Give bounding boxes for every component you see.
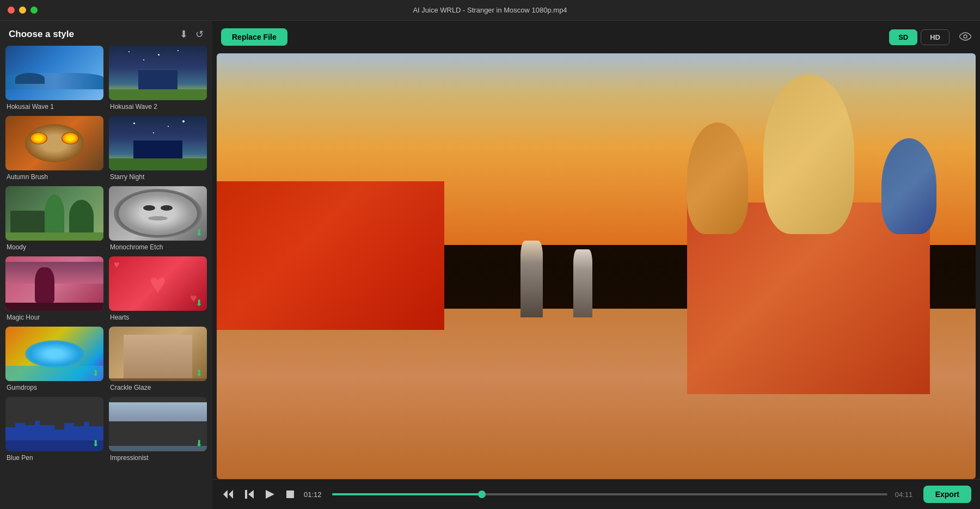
style-thumbnail-impressionist: ⬇ bbox=[109, 397, 207, 451]
svg-marker-3 bbox=[248, 490, 254, 499]
style-row-5: ⬇ Blue Pen ⬇ Impressionist bbox=[5, 397, 207, 466]
sidebar-title: Choose a style bbox=[9, 29, 74, 40]
video-frame bbox=[217, 53, 976, 479]
download-badge-hearts: ⬇ bbox=[195, 299, 203, 308]
style-thumbnail-hearts: ♥ ♥ ♥ ⬇ bbox=[109, 256, 207, 311]
replace-file-button[interactable]: Replace File bbox=[221, 28, 287, 46]
style-thumbnail-crackle-glaze: ⬇ bbox=[109, 327, 207, 381]
export-button[interactable]: Export bbox=[923, 486, 971, 503]
style-label-moody: Moody bbox=[5, 243, 103, 251]
step-back-button[interactable] bbox=[243, 488, 256, 501]
top-bar: Replace File SD HD bbox=[212, 21, 980, 53]
content-area: Replace File SD HD bbox=[212, 21, 980, 509]
eye-icon[interactable] bbox=[959, 31, 971, 44]
style-label-hearts: Hearts bbox=[109, 314, 207, 321]
svg-rect-4 bbox=[245, 490, 247, 499]
style-item-starry-night[interactable]: Starry Night bbox=[109, 116, 207, 185]
titlebar: AI Juice WRLD - Stranger in Moscow 1080p… bbox=[0, 0, 980, 21]
red-wall bbox=[217, 181, 444, 330]
close-button[interactable] bbox=[8, 7, 15, 14]
download-badge-blue-pen: ⬇ bbox=[92, 439, 99, 448]
style-grid: Hokusai Wave 1 Hokusai Wave 2 bbox=[0, 46, 212, 509]
svg-rect-6 bbox=[286, 490, 294, 498]
download-badge-impressionist: ⬇ bbox=[195, 439, 203, 448]
style-row-2: Moody ⬇ Monochrome Etch bbox=[5, 186, 207, 255]
video-scene bbox=[217, 53, 976, 479]
person-1 bbox=[520, 241, 543, 317]
style-label-crackle-glaze: Crackle Glaze bbox=[109, 384, 207, 391]
style-label-starry-night: Starry Night bbox=[109, 173, 207, 181]
style-thumbnail-hokusai-wave-2 bbox=[109, 46, 207, 100]
style-label-impressionist: Impressionist bbox=[109, 454, 207, 462]
sidebar-header: Choose a style ⬇ ↺ bbox=[0, 21, 212, 46]
minimize-button[interactable] bbox=[19, 7, 26, 14]
style-label-magic-hour: Magic Hour bbox=[5, 314, 103, 321]
traffic-lights bbox=[8, 7, 38, 14]
style-label-hokusai-wave-1: Hokusai Wave 1 bbox=[5, 103, 103, 111]
quality-sd-button[interactable]: SD bbox=[889, 29, 917, 45]
svg-marker-5 bbox=[266, 490, 274, 499]
video-wrapper bbox=[212, 53, 980, 479]
seek-bar-wrapper[interactable] bbox=[332, 490, 887, 499]
seek-bar-background bbox=[332, 493, 887, 495]
dome-right bbox=[881, 138, 936, 234]
style-item-magic-hour[interactable]: Magic Hour bbox=[5, 256, 103, 326]
play-button[interactable] bbox=[264, 488, 277, 501]
download-icon[interactable]: ⬇ bbox=[180, 28, 188, 40]
sidebar-icon-group: ⬇ ↺ bbox=[180, 28, 204, 40]
style-label-gumdrops: Gumdrops bbox=[5, 384, 103, 391]
style-thumbnail-monochrome-etch: ⬇ bbox=[109, 186, 207, 241]
style-label-monochrome-etch: Monochrome Etch bbox=[109, 243, 207, 251]
quality-group: SD HD bbox=[889, 29, 950, 45]
style-item-hokusai-wave-2[interactable]: Hokusai Wave 2 bbox=[109, 46, 207, 115]
maximize-button[interactable] bbox=[30, 7, 38, 14]
style-thumbnail-blue-pen: ⬇ bbox=[5, 397, 103, 451]
style-item-moody[interactable]: Moody bbox=[5, 186, 103, 255]
dome-left bbox=[687, 122, 748, 234]
style-label-autumn-brush: Autumn Brush bbox=[5, 173, 103, 181]
dome-main bbox=[763, 75, 854, 234]
style-item-hokusai-wave-1[interactable]: Hokusai Wave 1 bbox=[5, 46, 103, 115]
quality-hd-button[interactable]: HD bbox=[921, 29, 950, 45]
style-item-crackle-glaze[interactable]: ⬇ Crackle Glaze bbox=[109, 327, 207, 396]
style-row-1: Autumn Brush Starry Night bbox=[5, 116, 207, 185]
download-badge-gumdrops: ⬇ bbox=[92, 369, 99, 378]
style-item-hearts[interactable]: ♥ ♥ ♥ ⬇ Hearts bbox=[109, 256, 207, 326]
refresh-icon[interactable]: ↺ bbox=[195, 28, 204, 40]
style-thumbnail-gumdrops: ⬇ bbox=[5, 327, 103, 381]
style-label-hokusai-wave-2: Hokusai Wave 2 bbox=[109, 103, 207, 111]
style-thumbnail-magic-hour bbox=[5, 256, 103, 311]
style-item-impressionist[interactable]: ⬇ Impressionist bbox=[109, 397, 207, 466]
sidebar: Choose a style ⬇ ↺ Hokusai Wave 1 bbox=[0, 21, 212, 509]
style-label-blue-pen: Blue Pen bbox=[5, 454, 103, 462]
end-time: 04:11 bbox=[895, 490, 916, 499]
cathedral bbox=[657, 75, 961, 394]
current-time: 01:12 bbox=[304, 490, 324, 499]
download-badge-crackle-glaze: ⬇ bbox=[195, 369, 203, 378]
download-badge-monochrome: ⬇ bbox=[195, 229, 203, 237]
person-2 bbox=[573, 249, 592, 317]
style-row-4: ⬇ Gumdrops ⬇ Crackle Glaze bbox=[5, 327, 207, 396]
style-thumbnail-moody bbox=[5, 186, 103, 241]
seek-knob[interactable] bbox=[478, 490, 486, 498]
style-item-autumn-brush[interactable]: Autumn Brush bbox=[5, 116, 103, 185]
style-item-gumdrops[interactable]: ⬇ Gumdrops bbox=[5, 327, 103, 396]
svg-marker-1 bbox=[223, 490, 228, 499]
stop-button[interactable] bbox=[284, 488, 296, 500]
seek-bar-fill bbox=[332, 493, 482, 495]
style-row-3: Magic Hour ♥ ♥ ♥ ⬇ Hearts bbox=[5, 256, 207, 326]
svg-marker-2 bbox=[229, 490, 233, 499]
style-thumbnail-hokusai-wave-1 bbox=[5, 46, 103, 100]
style-thumbnail-starry-night bbox=[109, 116, 207, 170]
style-item-blue-pen[interactable]: ⬇ Blue Pen bbox=[5, 397, 103, 466]
style-thumbnail-autumn-brush bbox=[5, 116, 103, 170]
svg-point-0 bbox=[964, 35, 967, 38]
style-row-0: Hokusai Wave 1 Hokusai Wave 2 bbox=[5, 46, 207, 115]
window-title: AI Juice WRLD - Stranger in Moscow 1080p… bbox=[413, 6, 567, 14]
main-layout: Choose a style ⬇ ↺ Hokusai Wave 1 bbox=[0, 21, 980, 509]
rewind-button[interactable] bbox=[221, 488, 235, 501]
style-item-monochrome-etch[interactable]: ⬇ Monochrome Etch bbox=[109, 186, 207, 255]
player-bar: 01:12 04:11 Export bbox=[212, 479, 980, 509]
